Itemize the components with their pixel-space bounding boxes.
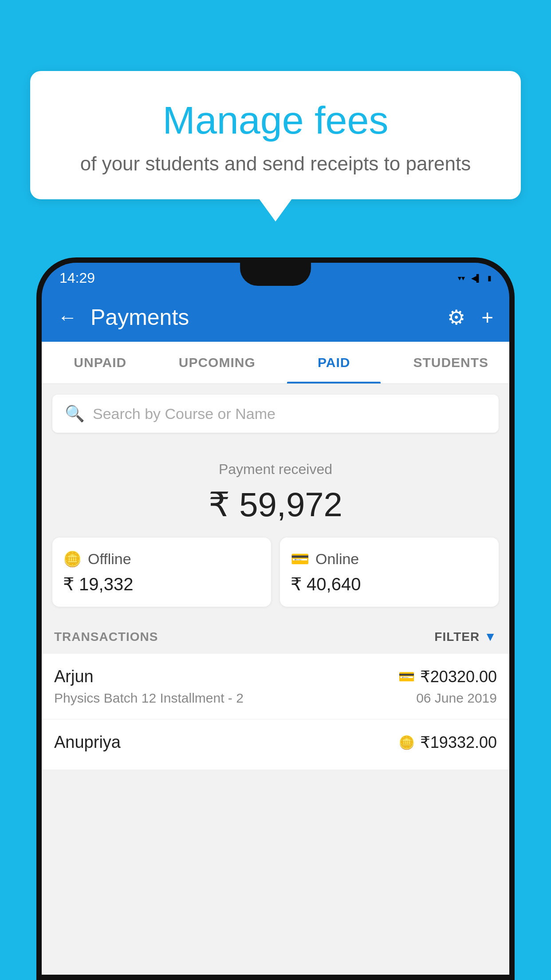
payment-received-label: Payment received <box>51 461 500 478</box>
bubble-title: Manage fees <box>52 98 499 143</box>
speech-bubble: Manage fees of your students and send re… <box>30 71 521 199</box>
offline-payment-icon: 🪙 <box>398 735 415 750</box>
offline-icon: 🪙 <box>63 550 82 568</box>
back-button[interactable]: ← <box>58 306 77 328</box>
anupriya-amount: ₹19332.00 <box>420 733 497 752</box>
transaction-amount-anupriya: 🪙 ₹19332.00 <box>398 733 497 752</box>
transaction-item-anupriya[interactable]: Anupriya 🪙 ₹19332.00 <box>42 719 509 770</box>
search-placeholder: Search by Course or Name <box>93 405 276 423</box>
transaction-row2: Physics Batch 12 Installment - 2 06 June… <box>54 691 497 706</box>
tabs-container: UNPAID UPCOMING PAID STUDENTS <box>42 342 509 384</box>
transaction-row1: Arjun 💳 ₹20320.00 <box>54 667 497 686</box>
settings-icon[interactable]: ⚙ <box>447 305 465 329</box>
filter-icon: ▼ <box>484 630 497 644</box>
offline-amount: ₹ 19,332 <box>63 574 260 594</box>
signal-icon: ◀▌ <box>471 274 481 282</box>
tab-upcoming[interactable]: UPCOMING <box>159 342 276 383</box>
online-amount: ₹ 40,640 <box>291 574 488 594</box>
app-title: Payments <box>91 304 434 330</box>
offline-label: Offline <box>88 550 131 568</box>
search-bar[interactable]: 🔍 Search by Course or Name <box>52 395 499 433</box>
wifi-icon: ▾▾ <box>458 274 465 282</box>
payment-summary: Payment received ₹ 59,972 <box>42 443 509 537</box>
transaction-name-arjun: Arjun <box>54 667 94 686</box>
transaction-amount-arjun: 💳 ₹20320.00 <box>398 668 497 686</box>
app-bar: ← Payments ⚙ + <box>42 293 509 342</box>
offline-card-header: 🪙 Offline <box>63 550 260 568</box>
status-time: 14:29 <box>59 270 95 286</box>
add-icon[interactable]: + <box>481 305 493 329</box>
payment-cards: 🪙 Offline ₹ 19,332 💳 Online ₹ 40,640 <box>42 537 509 620</box>
online-card-header: 💳 Online <box>291 550 488 568</box>
transaction-name-anupriya: Anupriya <box>54 733 121 752</box>
transactions-header: TRANSACTIONS FILTER ▼ <box>42 620 509 654</box>
transaction-row1-anupriya: Anupriya 🪙 ₹19332.00 <box>54 733 497 752</box>
search-icon: 🔍 <box>65 404 85 423</box>
payment-total-amount: ₹ 59,972 <box>51 485 500 524</box>
app-bar-actions: ⚙ + <box>447 305 493 329</box>
tab-unpaid[interactable]: UNPAID <box>42 342 159 383</box>
online-icon: 💳 <box>291 550 309 568</box>
phone-notch <box>240 263 311 286</box>
battery-icon: ▮ <box>488 274 492 282</box>
status-icons: ▾▾ ◀▌ ▮ <box>458 274 492 282</box>
online-label: Online <box>315 550 359 568</box>
arjun-amount: ₹20320.00 <box>420 668 497 686</box>
arjun-course: Physics Batch 12 Installment - 2 <box>54 691 244 706</box>
tab-students[interactable]: STUDENTS <box>393 342 510 383</box>
online-payment-icon: 💳 <box>398 669 415 684</box>
content-area: 🔍 Search by Course or Name Payment recei… <box>42 384 509 977</box>
filter-button[interactable]: FILTER ▼ <box>434 630 497 644</box>
online-payment-card: 💳 Online ₹ 40,640 <box>280 537 499 607</box>
offline-payment-card: 🪙 Offline ₹ 19,332 <box>52 537 271 607</box>
transactions-label: TRANSACTIONS <box>54 630 158 644</box>
filter-label: FILTER <box>434 630 480 644</box>
phone-frame: 14:29 ▾▾ ◀▌ ▮ ← Payments ⚙ + UNPAID UPCO… <box>36 257 515 980</box>
arjun-date: 06 June 2019 <box>416 691 497 706</box>
transaction-item-arjun[interactable]: Arjun 💳 ₹20320.00 Physics Batch 12 Insta… <box>42 654 509 719</box>
tab-paid[interactable]: PAID <box>276 342 393 383</box>
bubble-subtitle: of your students and send receipts to pa… <box>52 153 499 175</box>
